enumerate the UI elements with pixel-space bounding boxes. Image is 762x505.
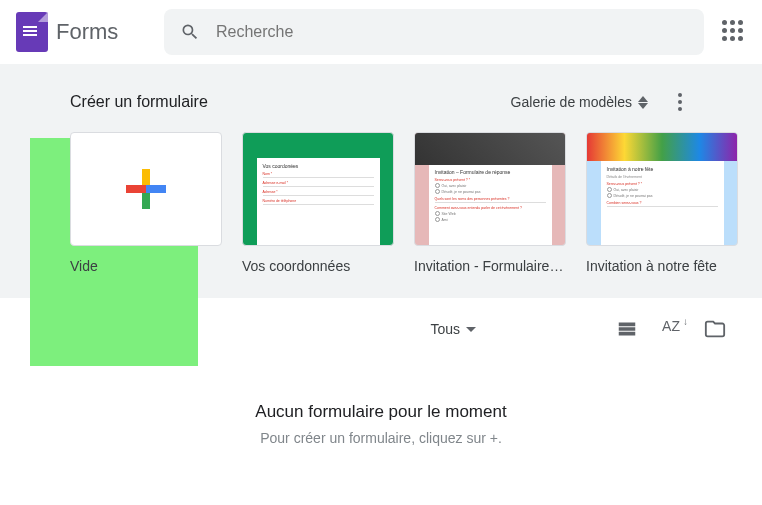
sort-az-button[interactable]: AZ — [662, 318, 680, 340]
folder-open-icon[interactable] — [704, 318, 726, 340]
template-thumb: Invitation à notre fête Détails de l'évé… — [586, 132, 738, 246]
google-apps-icon[interactable] — [722, 20, 746, 44]
search-icon — [180, 22, 200, 42]
list-view-icon[interactable] — [616, 318, 638, 340]
template-gallery: Créer un formulaire Galerie de modèles V… — [0, 64, 762, 298]
template-party[interactable]: Invitation à notre fête Détails de l'évé… — [586, 132, 738, 274]
template-thumb: Vos coordonées Nom * Adresse e-mail * Ad… — [242, 132, 394, 246]
logo[interactable]: Forms — [16, 12, 156, 52]
forms-logo-icon — [16, 12, 48, 52]
plus-icon — [126, 169, 166, 209]
template-name: Vos coordonnées — [242, 258, 394, 274]
unfold-icon — [638, 96, 648, 109]
owner-filter-label: Tous — [431, 321, 461, 337]
dropdown-icon — [466, 327, 476, 332]
template-thumb — [70, 132, 222, 246]
template-gallery-link[interactable]: Galerie de modèles — [511, 94, 648, 110]
template-blank[interactable]: Vide — [70, 132, 222, 274]
search-box[interactable] — [164, 9, 704, 55]
empty-subtitle: Pour créer un formulaire, cliquez sur +. — [0, 430, 762, 446]
empty-title: Aucun formulaire pour le moment — [0, 402, 762, 422]
template-name: Invitation à notre fête — [586, 258, 738, 274]
template-gallery-label: Galerie de modèles — [511, 94, 632, 110]
app-header: Forms — [0, 0, 762, 64]
template-thumb: Invitation – Formulaire de réponse Serez… — [414, 132, 566, 246]
more-options-button[interactable] — [668, 93, 692, 111]
empty-state: Aucun formulaire pour le moment Pour cré… — [0, 402, 762, 446]
template-name: Invitation - Formulaire de réponse — [414, 258, 566, 274]
template-name: Vide — [70, 258, 222, 274]
template-contact[interactable]: Vos coordonées Nom * Adresse e-mail * Ad… — [242, 132, 394, 274]
template-rsvp[interactable]: Invitation – Formulaire de réponse Serez… — [414, 132, 566, 274]
owner-filter[interactable]: Tous — [431, 321, 477, 337]
create-form-label: Créer un formulaire — [70, 93, 208, 111]
search-input[interactable] — [216, 23, 688, 41]
app-name: Forms — [56, 19, 118, 45]
